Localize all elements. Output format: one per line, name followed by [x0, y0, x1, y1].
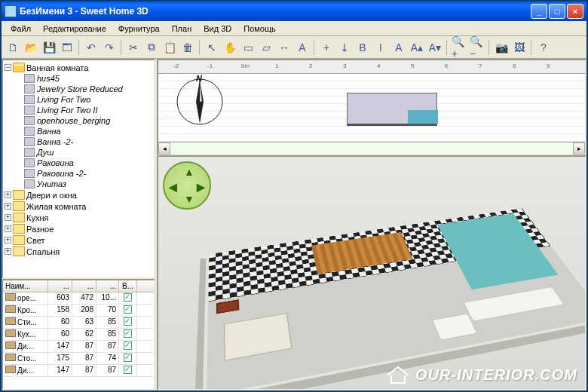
table-row[interactable]: Кух...606285 — [3, 329, 154, 341]
menu-view3d[interactable]: Вид 3D — [198, 23, 237, 35]
nav-down-icon[interactable]: ▼ — [184, 193, 194, 205]
tree-item[interactable]: Раковина -2- — [5, 168, 152, 179]
col-c[interactable]: ... — [96, 280, 119, 292]
visible-checkbox[interactable] — [124, 305, 132, 314]
tree-item[interactable]: Ванна — [5, 126, 152, 136]
tree-item[interactable]: Living For Two II — [5, 105, 152, 115]
expand-icon[interactable]: + — [5, 237, 11, 243]
redo-button[interactable]: ↷ — [101, 39, 118, 56]
folder-icon — [13, 190, 25, 200]
nav-up-icon[interactable]: ▲ — [184, 166, 194, 178]
pan-tool[interactable]: ✋ — [222, 39, 238, 56]
tree-category[interactable]: +Жилая комната — [5, 201, 152, 212]
italic-button[interactable]: I — [372, 39, 389, 56]
tree-category[interactable]: +Спальня — [5, 246, 152, 257]
table-row[interactable]: Кро...15820870 — [3, 305, 154, 317]
table-row[interactable]: оре...60347210... — [3, 292, 154, 305]
visible-checkbox[interactable] — [124, 366, 132, 374]
import-furniture-button[interactable]: ⤓ — [336, 39, 353, 56]
nav-right-icon[interactable]: ▶ — [197, 181, 205, 193]
visible-checkbox[interactable] — [124, 293, 132, 302]
plan-floorplan-thumb[interactable] — [347, 93, 437, 126]
maximize-button[interactable]: □ — [549, 4, 565, 19]
help-button[interactable]: ? — [535, 39, 552, 56]
save-button[interactable]: 💾 — [41, 39, 57, 56]
nav-3d-widget[interactable]: ▲ ▼ ◀ ▶ — [163, 161, 211, 210]
col-b[interactable]: ... — [72, 280, 96, 292]
tree-category[interactable]: +Разное — [5, 223, 152, 234]
catalog-tree[interactable]: − Ванная комната hus45Jewelry Store Redu… — [2, 59, 155, 279]
cut-button[interactable]: ✂ — [125, 39, 142, 56]
walls-tool[interactable]: ▭ — [240, 39, 256, 56]
expand-icon[interactable]: + — [5, 214, 11, 221]
close-button[interactable]: × — [567, 4, 583, 19]
minimize-button[interactable]: _ — [531, 4, 547, 19]
copy-button[interactable]: ⧉ — [143, 39, 160, 56]
tree-item[interactable]: Унитаз — [5, 179, 152, 189]
view-3d-pane[interactable]: ▲ ▼ ◀ ▶ — [157, 155, 586, 390]
new-button[interactable]: 🗋 — [5, 39, 21, 56]
add-furniture-button[interactable]: + — [318, 39, 335, 56]
tree-category[interactable]: +Свет — [5, 234, 152, 246]
scroll-track[interactable] — [170, 142, 573, 154]
select-tool[interactable]: ↖ — [204, 39, 220, 56]
undo-button[interactable]: ↶ — [83, 39, 100, 56]
table-row[interactable]: Ди...1478787 — [3, 365, 154, 377]
tree-item[interactable]: openhouse_berging — [5, 115, 152, 126]
tree-item[interactable]: Living For Two — [5, 94, 152, 105]
furniture-table[interactable]: Наим... ... ... ... В... оре...60347210.… — [2, 279, 155, 390]
tree-item[interactable]: Раковина — [5, 158, 152, 168]
dims-tool[interactable]: ↔ — [276, 39, 292, 56]
rooms-tool[interactable]: ▱ — [258, 39, 274, 56]
tree-item[interactable]: hus45 — [5, 73, 152, 84]
visible-checkbox[interactable] — [124, 341, 132, 350]
photo-button[interactable]: 🖼 — [511, 39, 528, 56]
camera-button[interactable]: 📷 — [493, 39, 510, 56]
furniture-icon — [24, 95, 35, 104]
folder-open-icon — [13, 63, 25, 72]
plan-canvas[interactable]: N — [158, 74, 585, 142]
visible-checkbox[interactable] — [124, 329, 132, 338]
table-row[interactable]: Ди...1478787 — [3, 341, 154, 353]
compass-icon[interactable]: N — [173, 75, 226, 128]
prefs-button[interactable]: 🗔 — [59, 39, 75, 56]
menu-furniture[interactable]: Фурнитура — [112, 23, 166, 35]
visible-checkbox[interactable] — [124, 317, 132, 326]
plan-2d-pane[interactable]: -2-10m123456789 N ◂ — [157, 59, 586, 155]
menu-edit[interactable]: Редактирование — [37, 23, 112, 35]
expand-icon[interactable]: + — [5, 203, 11, 210]
zoomin-button[interactable]: 🔍+ — [451, 39, 467, 56]
open-button[interactable]: 📂 — [23, 39, 39, 56]
col-name[interactable]: Наим... — [3, 280, 48, 292]
text-tool[interactable]: A — [294, 39, 311, 56]
table-row[interactable]: Сти...606385 — [3, 317, 154, 329]
col-a[interactable]: ... — [48, 280, 72, 292]
table-row[interactable]: Сто...1758774 — [3, 353, 154, 365]
tree-item[interactable]: Душ — [5, 147, 152, 158]
bold-button[interactable]: B — [354, 39, 371, 56]
tree-item[interactable]: Jewelry Store Reduced — [5, 84, 152, 94]
plan-scroll-h[interactable]: ◂ ▸ — [158, 142, 585, 154]
tree-category[interactable]: +Кухня — [5, 212, 152, 223]
collapse-icon[interactable]: − — [5, 64, 11, 71]
nav-left-icon[interactable]: ◀ — [169, 181, 177, 193]
col-vis[interactable]: В... — [119, 280, 137, 292]
expand-icon[interactable]: + — [5, 225, 11, 232]
tree-root-bathroom[interactable]: − Ванная комната — [5, 62, 152, 73]
expand-icon[interactable]: + — [5, 248, 11, 255]
zoomout-button[interactable]: 🔍− — [469, 39, 485, 56]
menu-plan[interactable]: План — [166, 23, 198, 35]
menu-help[interactable]: Помощь — [237, 23, 282, 35]
scroll-right-icon[interactable]: ▸ — [573, 142, 585, 155]
expand-icon[interactable]: + — [5, 191, 11, 198]
visible-checkbox[interactable] — [124, 354, 132, 362]
tree-category[interactable]: +Двери и окна — [5, 189, 152, 201]
font-dec-button[interactable]: A▾ — [427, 39, 443, 56]
tree-item[interactable]: Ванна -2- — [5, 136, 152, 147]
font-button[interactable]: A — [390, 39, 407, 56]
delete-button[interactable]: 🗑 — [179, 39, 196, 56]
scroll-left-icon[interactable]: ◂ — [158, 142, 170, 155]
paste-button[interactable]: 📋 — [161, 39, 178, 56]
font-inc-button[interactable]: A▴ — [409, 39, 425, 56]
menu-file[interactable]: Файл — [5, 23, 37, 35]
